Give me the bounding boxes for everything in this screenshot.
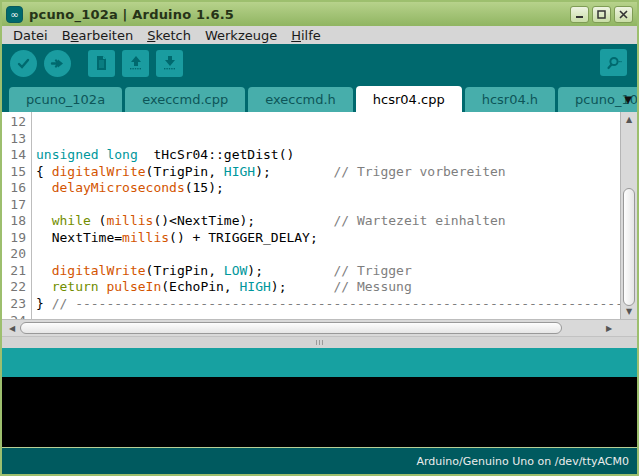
tab-execcmd.h[interactable]: execcmd.h [248,87,353,112]
tab-execcmd.cpp[interactable]: execcmd.cpp [125,87,245,112]
code-token-plain: ()<NextTime); [153,213,333,228]
line-number: 13 [2,131,31,148]
code-line-18: while (millis()<NextTime); // Wartezeit … [36,213,637,230]
code-editor: 12131415161718192021222324 unsigned long… [2,112,637,319]
line-number: 22 [2,279,31,296]
tab-hcsr04.h[interactable]: hcsr04.h [465,87,555,112]
code-token-func: digitalWrite [52,164,146,179]
maximize-icon [597,10,606,19]
code-line-16: delayMicroseconds(15); [36,180,637,197]
serial-monitor-button[interactable] [600,49,627,76]
menu-sketch[interactable]: Sketch [140,26,198,44]
scroll-down-arrow[interactable]: ▼ [621,304,637,319]
status-bar: Arduino/Genuino Uno on /dev/ttyACM0 [2,447,637,474]
line-number: 12 [2,114,31,131]
board-port-label: Arduino/Genuino Uno on /dev/ttyACM0 [416,455,629,468]
menu-accel-char: e [71,28,79,43]
line-number: 18 [2,213,31,230]
magnifier-icon [606,55,622,71]
title-bar[interactable]: ∞ pcuno_102a | Arduino 1.6.5 [2,2,637,26]
code-token-plain: ); [255,164,333,179]
code-token-plain: ); [271,279,334,294]
code-token-func: digitalWrite [52,263,146,278]
tab-hcsr04.cpp[interactable]: hcsr04.cpp [356,86,462,112]
code-token-plain: ); [247,263,333,278]
code-line-15: { digitalWrite(TrigPin, HIGH); // Trigge… [36,164,637,181]
menu-accel-char: H [291,28,301,43]
console-output[interactable] [2,377,637,447]
upload-button[interactable] [44,50,71,77]
line-number: 23 [2,296,31,313]
line-number: 20 [2,246,31,263]
close-icon [619,10,628,19]
line-number: 14 [2,147,31,164]
minimize-button[interactable] [570,6,589,23]
code-line-17 [36,197,637,214]
line-number: 19 [2,230,31,247]
verify-button[interactable] [10,50,37,77]
line-number: 15 [2,164,31,181]
code-token-plain: (TrigPin, [146,164,224,179]
new-sketch-button[interactable] [88,50,115,77]
horizontal-scrollbar-thumb[interactable] [20,322,562,334]
code-line-14: unsigned long tHcSr04::getDist() [36,147,637,164]
code-token-func: delayMicroseconds [52,180,185,195]
code-token-func: pulseIn [106,279,161,294]
scroll-left-arrow[interactable]: ◀ [4,321,20,336]
menu-hilfe[interactable]: Hilfe [284,26,328,44]
code-token-plain: () + TRIGGER_DELAY; [169,230,318,245]
menu-datei[interactable]: Datei [6,26,55,44]
code-token-plain: tHcSr04::getDist() [138,147,295,162]
code-token-comment: // -------------------------------------… [52,296,623,311]
line-number: 17 [2,197,31,214]
code-token-plain: (15); [185,180,224,195]
code-line-22: return pulseIn(EchoPin, HIGH); // Messun… [36,279,637,296]
code-line-20 [36,246,637,263]
check-icon [16,56,31,71]
message-strip [2,348,637,377]
code-token-plain: } [36,296,52,311]
menubar: DateiBearbeitenSketchWerkzeugeHilfe [2,26,637,44]
arrow-down-icon [162,55,178,71]
menu-bearbeiten[interactable]: Bearbeiten [55,26,140,44]
code-token-comment: // Messung [333,279,411,294]
code-token-comment: // Wartezeit einhalten [333,213,505,228]
code-token-plain: (TrigPin, [146,263,224,278]
code-token-func: millis [122,230,169,245]
code-token-plain [36,263,52,278]
tab-label: execcmd.h [265,92,336,107]
save-button[interactable] [156,50,183,77]
code-line-12 [36,114,637,131]
document-icon [94,55,109,71]
pane-splitter[interactable] [2,337,637,348]
code-line-23: } // -----------------------------------… [36,296,637,313]
tab-overflow-button[interactable]: ▼ [624,94,632,105]
code-area[interactable]: unsigned long tHcSr04::getDist(){ digita… [32,112,637,319]
tab-label: execcmd.cpp [142,92,228,107]
vertical-scrollbar[interactable]: ▲ ▼ [620,112,637,319]
window-title: pcuno_102a | Arduino 1.6.5 [29,7,567,22]
close-button[interactable] [614,6,633,23]
code-token-plain: { [36,164,52,179]
code-token-plain: (EchoPin, [161,279,239,294]
scroll-up-arrow[interactable]: ▲ [621,112,637,127]
arduino-ide-window: ∞ pcuno_102a | Arduino 1.6.5 DateiBearbe… [0,0,639,476]
code-line-21: digitalWrite(TrigPin, LOW); // Trigger [36,263,637,280]
code-token-const: LOW [224,263,247,278]
vertical-scrollbar-thumb[interactable] [623,188,635,306]
horizontal-scrollbar[interactable]: ◀ ▶ [2,319,637,337]
tab-pcuno_102a[interactable]: pcuno_102a [9,87,122,112]
code-token-comment: // Trigger [333,263,411,278]
scroll-right-arrow[interactable]: ▶ [601,321,617,336]
code-token-func: millis [106,213,153,228]
menu-werkzeuge[interactable]: Werkzeuge [198,26,284,44]
code-token-const: HIGH [240,279,271,294]
maximize-button[interactable] [592,6,611,23]
menu-accel-char: S [147,28,155,43]
open-button[interactable] [122,50,149,77]
tab-label: hcsr04.h [482,92,538,107]
line-number-gutter: 12131415161718192021222324 [2,112,32,319]
code-line-19: NextTime=millis() + TRIGGER_DELAY; [36,230,637,247]
code-token-plain [36,213,52,228]
toolbar [2,44,637,82]
